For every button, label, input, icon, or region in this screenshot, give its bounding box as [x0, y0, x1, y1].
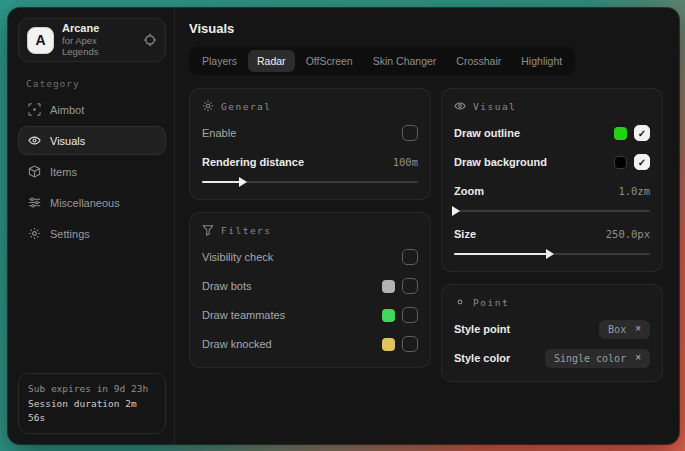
rendering-distance-row: Rendering distance 100m: [202, 151, 418, 173]
rendering-distance-label: Rendering distance: [202, 156, 304, 168]
brand-text: Arcane for Apex Legends: [62, 22, 135, 58]
zoom-value: 1.0zm: [618, 185, 650, 197]
slider-thumb[interactable]: [452, 206, 460, 216]
draw-background-color-swatch[interactable]: [614, 156, 627, 169]
sidebar-item-label: Miscellaneous: [50, 197, 120, 209]
sliders-icon: [28, 196, 41, 209]
style-color-label: Style color: [454, 352, 510, 364]
close-icon[interactable]: ×: [635, 324, 641, 334]
filters-card-title: Filters: [221, 225, 272, 236]
sidebar-item-label: Items: [50, 166, 77, 178]
filters-card: Filters Visibility check Draw bots: [189, 212, 431, 368]
draw-knocked-row: Draw knocked: [202, 333, 418, 355]
sidebar: A Arcane for Apex Legends Category Aimbo…: [8, 8, 174, 444]
draw-background-row: Draw background ✓: [454, 151, 650, 173]
point-card: Point Style point Box × Style color Sing…: [441, 284, 663, 382]
draw-bots-color-swatch[interactable]: [382, 280, 395, 293]
tab-bar: Players Radar OffScreen Skin Changer Cro…: [189, 47, 575, 75]
point-icon: [454, 296, 466, 308]
draw-background-label: Draw background: [454, 156, 547, 168]
draw-bots-checkbox[interactable]: [402, 278, 418, 294]
draw-bots-row: Draw bots: [202, 275, 418, 297]
draw-background-checkbox[interactable]: ✓: [634, 154, 650, 170]
zoom-row: Zoom 1.0zm: [454, 180, 650, 202]
brand-card: A Arcane for Apex Legends: [18, 18, 166, 62]
visual-card-title: Visual: [473, 101, 516, 112]
app-logo: A: [27, 27, 54, 54]
sidebar-item-label: Settings: [50, 228, 90, 240]
rendering-distance-slider[interactable]: [202, 177, 418, 187]
slider-thumb[interactable]: [239, 177, 247, 187]
sidebar-item-visuals[interactable]: Visuals: [18, 126, 166, 155]
visual-card-header: Visual: [454, 100, 650, 112]
sidebar-item-aimbot[interactable]: Aimbot: [18, 95, 166, 124]
zoom-slider[interactable]: [454, 206, 650, 216]
funnel-icon: [202, 224, 214, 236]
box-icon: [28, 165, 41, 178]
close-icon[interactable]: ×: [635, 353, 641, 363]
sidebar-item-settings[interactable]: Settings: [18, 219, 166, 248]
tab-offscreen[interactable]: OffScreen: [297, 50, 362, 72]
point-card-header: Point: [454, 296, 650, 308]
enable-label: Enable: [202, 127, 236, 139]
rendering-distance-value: 100m: [393, 156, 418, 168]
eye-icon: [454, 100, 466, 112]
size-row: Size 250.0px: [454, 223, 650, 245]
draw-bots-label: Draw bots: [202, 280, 252, 292]
style-point-value: Box: [608, 324, 626, 335]
slider-thumb[interactable]: [546, 249, 554, 259]
size-slider[interactable]: [454, 249, 650, 259]
size-value: 250.0px: [606, 228, 650, 240]
draw-outline-row: Draw outline ✓: [454, 122, 650, 144]
style-point-select[interactable]: Box ×: [599, 320, 650, 339]
draw-teammates-row: Draw teammates: [202, 304, 418, 326]
visibility-check-checkbox[interactable]: [402, 249, 418, 265]
general-card: General Enable Rendering distance 100m: [189, 88, 431, 200]
tab-players[interactable]: Players: [193, 50, 246, 72]
draw-teammates-checkbox[interactable]: [402, 307, 418, 323]
category-label: Category: [26, 78, 166, 89]
sidebar-item-miscellaneous[interactable]: Miscellaneous: [18, 188, 166, 217]
general-card-title: General: [221, 101, 272, 112]
general-card-header: General: [202, 100, 418, 112]
app-subtitle: for Apex Legends: [62, 36, 135, 58]
visibility-check-row: Visibility check: [202, 246, 418, 268]
draw-teammates-label: Draw teammates: [202, 309, 285, 321]
enable-checkbox[interactable]: [402, 125, 418, 141]
tab-highlight[interactable]: Highlight: [512, 50, 571, 72]
tab-crosshair[interactable]: Crosshair: [447, 50, 510, 72]
page-title: Visuals: [189, 21, 663, 36]
draw-outline-checkbox[interactable]: ✓: [634, 125, 650, 141]
style-color-select[interactable]: Single color ×: [545, 349, 650, 368]
draw-outline-color-swatch[interactable]: [614, 127, 627, 140]
draw-knocked-checkbox[interactable]: [402, 336, 418, 352]
draw-outline-label: Draw outline: [454, 127, 520, 139]
gear-icon: [28, 227, 41, 240]
session-duration-text: Session duration 2m 56s: [28, 397, 156, 426]
tab-radar[interactable]: Radar: [248, 50, 295, 72]
sidebar-nav: Aimbot Visuals Items: [18, 95, 166, 248]
enable-row: Enable: [202, 122, 418, 144]
style-color-row: Style color Single color ×: [454, 347, 650, 369]
style-color-value: Single color: [554, 353, 626, 364]
visibility-check-label: Visibility check: [202, 251, 273, 263]
draw-knocked-label: Draw knocked: [202, 338, 272, 350]
eye-icon: [28, 134, 41, 147]
point-card-title: Point: [473, 297, 509, 308]
draw-knocked-color-swatch[interactable]: [382, 338, 395, 351]
draw-teammates-color-swatch[interactable]: [382, 309, 395, 322]
sub-expires-text: Sub expires in 9d 23h: [28, 382, 156, 396]
app-window: A Arcane for Apex Legends Category Aimbo…: [8, 8, 679, 444]
sidebar-item-label: Aimbot: [50, 104, 84, 116]
style-point-row: Style point Box ×: [454, 318, 650, 340]
app-name: Arcane: [62, 22, 135, 35]
tab-skin-changer[interactable]: Skin Changer: [364, 50, 446, 72]
sidebar-item-items[interactable]: Items: [18, 157, 166, 186]
main-panel: Visuals Players Radar OffScreen Skin Cha…: [175, 8, 679, 444]
crosshair-icon: [28, 103, 41, 116]
size-label: Size: [454, 228, 476, 240]
gear-icon: [202, 100, 214, 112]
subscription-status-card: Sub expires in 9d 23h Session duration 2…: [18, 373, 166, 434]
filters-card-header: Filters: [202, 224, 418, 236]
target-icon[interactable]: [143, 33, 157, 47]
